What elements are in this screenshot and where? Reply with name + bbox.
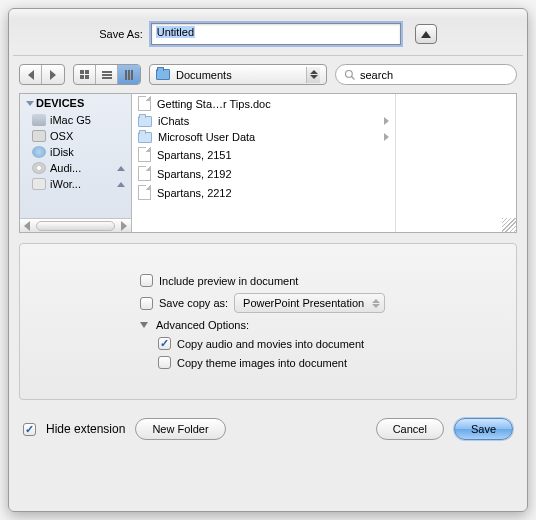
new-folder-button[interactable]: New Folder	[135, 418, 225, 440]
list-view-button[interactable]	[96, 65, 118, 84]
document-icon	[138, 166, 151, 181]
option-save-copy-as[interactable]: Save copy as: PowerPoint Presentation	[140, 293, 496, 313]
folder-icon	[138, 132, 152, 143]
sidebar-item-label: iMac G5	[50, 114, 91, 126]
svg-line-1	[352, 76, 355, 79]
footer: Hide extension New Folder Cancel Save	[9, 410, 527, 452]
options-panel: Include preview in document Save copy as…	[19, 243, 517, 400]
file-name: Microsoft User Data	[158, 131, 255, 143]
sidebar: DEVICES iMac G5 OSX iDisk Audi... iWor..…	[20, 94, 132, 232]
file-browser: DEVICES iMac G5 OSX iDisk Audi... iWor..…	[19, 93, 517, 233]
option-label: Copy audio and movies into document	[177, 338, 364, 350]
option-label: Copy theme images into document	[177, 357, 347, 369]
folder-icon	[156, 69, 170, 80]
option-copy-theme[interactable]: Copy theme images into document	[158, 356, 496, 369]
triangle-right-icon	[50, 70, 56, 80]
format-label: PowerPoint Presentation	[243, 297, 364, 309]
option-label: Include preview in document	[159, 275, 298, 287]
scroll-left-icon[interactable]	[20, 220, 34, 232]
advanced-label: Advanced Options:	[156, 319, 249, 331]
saveas-label: Save As:	[99, 28, 142, 40]
button-label: Save	[471, 423, 496, 435]
resize-handle[interactable]	[502, 218, 516, 232]
file-name: Spartans, 2192	[157, 168, 232, 180]
icon-view-button[interactable]	[74, 65, 96, 84]
path-label: Documents	[176, 69, 232, 81]
sidebar-item-label: OSX	[50, 130, 73, 142]
volume-icon	[32, 178, 46, 190]
save-button[interactable]: Save	[454, 418, 513, 440]
chevron-right-icon	[384, 117, 389, 125]
saveas-row: Save As: Untitled	[9, 9, 527, 55]
chevron-right-icon	[384, 133, 389, 141]
checkbox[interactable]	[158, 337, 171, 350]
path-popup[interactable]: Documents	[149, 64, 327, 85]
sidebar-item-label: iDisk	[50, 146, 74, 158]
file-name: Spartans, 2212	[157, 187, 232, 199]
document-icon	[138, 185, 151, 200]
column-view-button[interactable]	[118, 65, 140, 84]
sidebar-item[interactable]: OSX	[20, 128, 131, 144]
idisk-icon	[32, 146, 46, 158]
sidebar-scrollbar[interactable]	[20, 218, 131, 232]
file-row[interactable]: Spartans, 2151	[132, 145, 395, 164]
option-include-preview[interactable]: Include preview in document	[140, 274, 496, 287]
nav-back-forward[interactable]	[19, 64, 65, 85]
file-row[interactable]: iChats	[132, 113, 395, 129]
stepper-icon	[369, 295, 382, 311]
option-copy-av[interactable]: Copy audio and movies into document	[158, 337, 496, 350]
file-name: iChats	[158, 115, 189, 127]
sidebar-item-label: iWor...	[50, 178, 81, 190]
sidebar-item-label: Audi...	[50, 162, 81, 174]
stepper-icon	[306, 67, 320, 83]
file-row[interactable]: Spartans, 2212	[132, 183, 395, 202]
toolbar: Documents search	[9, 56, 527, 93]
button-label: New Folder	[152, 423, 208, 435]
grid-icon	[80, 70, 89, 79]
format-popup[interactable]: PowerPoint Presentation	[234, 293, 385, 313]
triangle-left-icon	[28, 70, 34, 80]
sidebar-item[interactable]: iMac G5	[20, 112, 131, 128]
columns-icon	[125, 70, 133, 80]
sidebar-header-label: DEVICES	[36, 97, 84, 109]
document-icon	[138, 96, 151, 111]
search-placeholder: search	[360, 69, 393, 81]
sidebar-item[interactable]: Audi...	[20, 160, 131, 176]
file-row[interactable]: Spartans, 2192	[132, 164, 395, 183]
file-row[interactable]: Getting Sta…r Tips.doc	[132, 94, 395, 113]
checkbox[interactable]	[158, 356, 171, 369]
advanced-disclosure[interactable]: Advanced Options:	[140, 319, 496, 331]
view-mode-segment[interactable]	[73, 64, 141, 85]
checkbox[interactable]	[140, 274, 153, 287]
disc-icon	[32, 162, 46, 174]
scroll-right-icon[interactable]	[117, 220, 131, 232]
sidebar-item[interactable]: iDisk	[20, 144, 131, 160]
save-dialog: Save As: Untitled Documents search DEVIC…	[8, 8, 528, 512]
sidebar-header-devices[interactable]: DEVICES	[20, 94, 131, 112]
sidebar-item[interactable]: iWor...	[20, 176, 131, 192]
saveas-value: Untitled	[156, 26, 195, 38]
file-row[interactable]: Microsoft User Data	[132, 129, 395, 145]
hide-extension-checkbox[interactable]	[23, 423, 36, 436]
search-field[interactable]: search	[335, 64, 517, 85]
option-label: Save copy as:	[159, 297, 228, 309]
collapse-toggle[interactable]	[415, 24, 437, 44]
saveas-input[interactable]: Untitled	[151, 23, 401, 45]
cancel-button[interactable]: Cancel	[376, 418, 444, 440]
forward-button[interactable]	[42, 65, 64, 84]
search-icon	[344, 69, 356, 81]
scroll-thumb[interactable]	[36, 221, 115, 231]
drive-icon	[32, 130, 46, 142]
document-icon	[138, 147, 151, 162]
imac-icon	[32, 114, 46, 126]
folder-icon	[138, 116, 152, 127]
back-button[interactable]	[20, 65, 42, 84]
checkbox[interactable]	[140, 297, 153, 310]
triangle-up-icon	[421, 31, 431, 38]
eject-icon[interactable]	[117, 166, 125, 171]
disclosure-icon	[26, 101, 34, 106]
button-label: Cancel	[393, 423, 427, 435]
file-name: Spartans, 2151	[157, 149, 232, 161]
eject-icon[interactable]	[117, 182, 125, 187]
svg-point-0	[346, 70, 353, 77]
